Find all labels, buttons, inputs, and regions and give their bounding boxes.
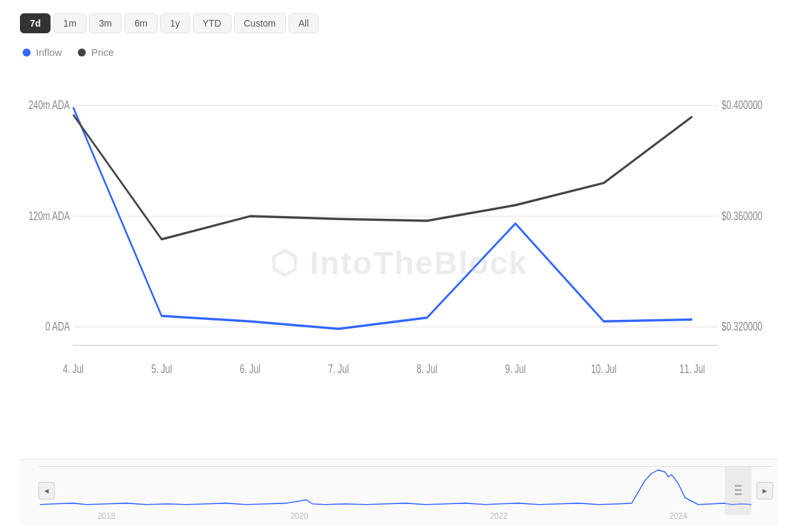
svg-text:11. Jul: 11. Jul [680, 362, 705, 376]
svg-rect-18 [20, 460, 778, 525]
svg-text:2022: 2022 [490, 511, 508, 520]
main-chart-area: ⬡ IntoTheBlock 240m ADA 120m ADA 0 ADA $… [20, 68, 778, 456]
svg-rect-23 [725, 466, 751, 515]
svg-text:$0.320000: $0.320000 [722, 320, 763, 333]
legend-inflow: Inflow [23, 47, 62, 58]
time-btn-7d[interactable]: 7d [20, 13, 51, 33]
svg-text:8. Jul: 8. Jul [416, 362, 437, 376]
main-container: 7d1m3m6m1yYTDCustomAll Inflow Price ⬡ In… [0, 0, 798, 532]
svg-text:2018: 2018 [98, 511, 116, 520]
price-line [73, 114, 692, 239]
time-btn-custom[interactable]: Custom [234, 13, 286, 33]
legend-price: Price [78, 47, 114, 58]
time-btn-1m[interactable]: 1m [53, 13, 86, 33]
svg-text:►: ► [761, 487, 769, 495]
svg-text:2020: 2020 [291, 511, 309, 520]
svg-text:7. Jul: 7. Jul [328, 362, 348, 376]
time-btn-ytd[interactable]: YTD [193, 13, 231, 33]
svg-text:240m ADA: 240m ADA [29, 98, 70, 112]
mini-chart-svg: 2018 2020 2022 2024 ◄ ► [20, 460, 778, 525]
time-btn-all[interactable]: All [289, 13, 319, 33]
svg-text:6. Jul: 6. Jul [239, 362, 260, 376]
svg-text:$0.400000: $0.400000 [722, 98, 763, 112]
time-range-bar: 7d1m3m6m1yYTDCustomAll [20, 13, 778, 33]
svg-text:◄: ◄ [43, 487, 51, 495]
chart-svg: 240m ADA 120m ADA 0 ADA $0.400000 $0.360… [20, 68, 778, 456]
svg-text:10. Jul: 10. Jul [591, 362, 616, 376]
svg-text:0 ADA: 0 ADA [45, 320, 70, 333]
svg-text:2024: 2024 [670, 511, 688, 520]
svg-text:5. Jul: 5. Jul [151, 362, 172, 376]
svg-text:$0.360000: $0.360000 [722, 209, 763, 223]
svg-text:4. Jul: 4. Jul [63, 362, 83, 376]
price-dot [78, 49, 86, 57]
time-btn-1y[interactable]: 1y [160, 13, 190, 33]
mini-chart-container: 2018 2020 2022 2024 ◄ ► [20, 459, 778, 525]
inflow-line [73, 107, 692, 329]
svg-text:9. Jul: 9. Jul [505, 362, 525, 376]
svg-text:120m ADA: 120m ADA [29, 209, 70, 223]
price-label: Price [91, 47, 114, 58]
legend: Inflow Price [20, 47, 778, 58]
time-btn-6m[interactable]: 6m [124, 13, 157, 33]
time-btn-3m[interactable]: 3m [89, 13, 122, 33]
inflow-dot [23, 49, 31, 57]
inflow-label: Inflow [36, 47, 62, 58]
